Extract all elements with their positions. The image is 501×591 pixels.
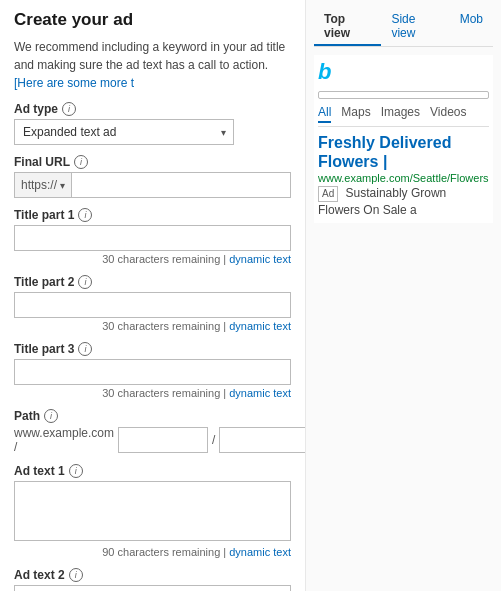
ad-type-field: Ad type i Expanded text ad ▾ xyxy=(14,102,291,145)
ad-preview-desc: Ad Sustainably Grown Flowers On Sale a xyxy=(318,185,489,219)
ad-type-label: Ad type xyxy=(14,102,58,116)
final-url-input[interactable] xyxy=(71,172,291,198)
ad-text1-info-icon[interactable]: i xyxy=(69,464,83,478)
url-row: https:// ▾ xyxy=(14,172,291,198)
bing-logo: b xyxy=(318,59,489,85)
title-part1-input[interactable] xyxy=(14,225,291,251)
title-part3-field: Title part 3 i 30 characters remaining |… xyxy=(14,342,291,399)
ad-type-select-wrapper: Expanded text ad ▾ xyxy=(14,119,234,145)
path-base-text: www.example.com / xyxy=(14,426,114,454)
title-part2-info-icon[interactable]: i xyxy=(78,275,92,289)
path-label: Path xyxy=(14,409,40,423)
title-part3-dynamic-link[interactable]: dynamic text xyxy=(229,387,291,399)
url-prefix: https:// ▾ xyxy=(14,172,71,198)
final-url-field: Final URL i https:// ▾ xyxy=(14,155,291,198)
ad-type-select[interactable]: Expanded text ad xyxy=(14,119,234,145)
path-separator: / xyxy=(212,433,215,447)
path2-input[interactable] xyxy=(219,427,309,453)
title-part1-label: Title part 1 xyxy=(14,208,74,222)
tab-mobile-view[interactable]: Mob xyxy=(450,8,493,46)
title-part3-char-count: 30 characters remaining | dynamic text xyxy=(14,387,291,399)
title-part2-label: Title part 2 xyxy=(14,275,74,289)
ad-text2-label: Ad text 2 xyxy=(14,568,65,582)
ad-text2-info-icon[interactable]: i xyxy=(69,568,83,582)
ad-text1-field: Ad text 1 i 90 characters remaining | dy… xyxy=(14,464,291,558)
title-part3-input[interactable] xyxy=(14,359,291,385)
bing-nav-videos[interactable]: Videos xyxy=(430,105,466,123)
final-url-info-icon[interactable]: i xyxy=(74,155,88,169)
preview-panel: Top view Side view Mob b All Maps Images… xyxy=(305,0,501,591)
page-title: Create your ad xyxy=(14,10,291,30)
bing-nav-maps[interactable]: Maps xyxy=(341,105,370,123)
title-part1-info-icon[interactable]: i xyxy=(78,208,92,222)
path-field: Path i www.example.com / / xyxy=(14,409,291,454)
path-row: www.example.com / / xyxy=(14,426,291,454)
url-prefix-dropdown-icon[interactable]: ▾ xyxy=(60,180,65,191)
bing-nav: All Maps Images Videos xyxy=(318,105,489,127)
bing-preview: b All Maps Images Videos Freshly Deliver… xyxy=(314,55,493,223)
title-part1-char-count: 30 characters remaining | dynamic text xyxy=(14,253,291,265)
tab-top-view[interactable]: Top view xyxy=(314,8,381,46)
path1-input[interactable] xyxy=(118,427,208,453)
tab-side-view[interactable]: Side view xyxy=(381,8,449,46)
bing-nav-all[interactable]: All xyxy=(318,105,331,123)
bing-search-bar xyxy=(318,91,489,99)
ad-text2-input[interactable] xyxy=(14,585,291,591)
ad-type-info-icon[interactable]: i xyxy=(62,102,76,116)
ad-preview-title: Freshly Delivered Flowers | xyxy=(318,133,489,171)
title-part1-field: Title part 1 i 30 characters remaining |… xyxy=(14,208,291,265)
ad-text1-char-count: 90 characters remaining | dynamic text xyxy=(14,546,291,558)
intro-text: We recommend including a keyword in your… xyxy=(14,38,291,92)
title-part2-char-count: 30 characters remaining | dynamic text xyxy=(14,320,291,332)
bing-nav-images[interactable]: Images xyxy=(381,105,420,123)
title-part2-input[interactable] xyxy=(14,292,291,318)
ad-label: Ad xyxy=(318,186,338,202)
path-info-icon[interactable]: i xyxy=(44,409,58,423)
ad-preview-url: www.example.com/Seattle/Flowers xyxy=(318,172,489,184)
title-part3-info-icon[interactable]: i xyxy=(78,342,92,356)
final-url-label: Final URL xyxy=(14,155,70,169)
intro-link[interactable]: [Here are some more t xyxy=(14,76,134,90)
title-part1-dynamic-link[interactable]: dynamic text xyxy=(229,253,291,265)
ad-text1-input[interactable] xyxy=(14,481,291,541)
ad-text1-label: Ad text 1 xyxy=(14,464,65,478)
ad-text2-field: Ad text 2 i xyxy=(14,568,291,591)
title-part2-field: Title part 2 i 30 characters remaining |… xyxy=(14,275,291,332)
title-part3-label: Title part 3 xyxy=(14,342,74,356)
title-part2-dynamic-link[interactable]: dynamic text xyxy=(229,320,291,332)
preview-tabs: Top view Side view Mob xyxy=(314,8,493,47)
ad-text1-dynamic-link[interactable]: dynamic text xyxy=(229,546,291,558)
